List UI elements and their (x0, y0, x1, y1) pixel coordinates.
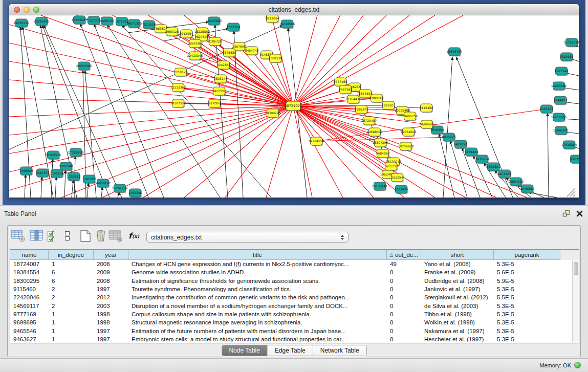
graph-edge[interactable] (101, 187, 102, 198)
graph-node[interactable]: 20891406 (34, 17, 50, 27)
graph-node[interactable]: 10688609 (367, 128, 383, 137)
graph-node[interactable]: 15751074 (564, 38, 579, 48)
graph-edge[interactable] (77, 15, 293, 106)
graph-node[interactable]: 9466163 (100, 17, 114, 26)
graph-node[interactable]: 2718126 (174, 68, 188, 77)
graph-node[interactable]: 9242848 (217, 61, 231, 70)
graph-node[interactable]: 17016504 (561, 141, 577, 150)
graph-node[interactable]: 8912954 (180, 30, 193, 39)
graph-node[interactable]: 8471676 (498, 170, 512, 179)
graph-node[interactable]: 15992971 (553, 126, 569, 136)
graph-node[interactable]: 9227349 (555, 67, 569, 76)
graph-node[interactable]: 12213363 (170, 83, 186, 93)
graph-node[interactable]: 17359928 (68, 148, 84, 158)
graph-node[interactable]: 19136141 (372, 182, 388, 191)
close-panel-icon[interactable] (576, 210, 583, 219)
table-row[interactable]: 2242004622012Investigating the contribut… (10, 293, 579, 301)
graph-node[interactable]: 6479197 (454, 140, 468, 149)
graph-node[interactable]: 8960128 (165, 28, 179, 37)
show-columns-icon[interactable] (30, 229, 43, 245)
column-header-short[interactable]: short (421, 250, 494, 260)
column-header-out_de[interactable]: △out_de... (387, 250, 421, 260)
graph-node[interactable]: 1250513 (67, 172, 81, 182)
graph-node[interactable]: 18807299 (373, 139, 388, 148)
tab-node-table[interactable]: Node Table (222, 345, 268, 356)
graph-node[interactable]: 7986372 (355, 105, 368, 115)
table-row[interactable]: 1872400712008Changes of HCN gene express… (10, 260, 579, 268)
table-row[interactable]: 977716911998Corpus callosum shape and si… (10, 310, 579, 318)
table-row[interactable]: 969969511998Structural magnetic resonanc… (10, 318, 579, 326)
graph-node[interactable]: 10756928 (398, 142, 414, 151)
graph-edge[interactable] (102, 106, 293, 198)
graph-node[interactable]: 16210645 (551, 113, 567, 122)
table-row[interactable]: 911546021997Tourette syndrome. Phenomeno… (10, 285, 579, 293)
tab-network-table[interactable]: Network Table (313, 345, 366, 356)
table-row[interactable]: 1938455462009Genome-wide association stu… (10, 268, 579, 276)
graph-node[interactable]: 19218506 (279, 20, 295, 29)
graph-node[interactable]: 19384554 (309, 137, 324, 146)
graph-edge[interactable] (55, 178, 56, 198)
graph-edge[interactable] (9, 106, 293, 135)
table-row[interactable]: 1830029562008Estimation of significance … (10, 277, 579, 285)
graph-edge[interactable] (41, 177, 42, 198)
graph-node[interactable]: 10653287 (72, 16, 88, 25)
graph-node[interactable]: 1244413 (554, 96, 568, 105)
graph-node[interactable]: 18724007 (285, 101, 301, 112)
column-header-year[interactable]: year (94, 250, 128, 260)
select-columns-icon[interactable] (47, 229, 57, 245)
tab-edge-table[interactable]: Edge Table (268, 345, 313, 356)
graph-node[interactable]: 18107552 (170, 99, 186, 108)
graph-edge[interactable] (293, 15, 317, 106)
graph-node[interactable]: 19654923 (401, 128, 417, 137)
graph-node[interactable]: 16958107 (95, 179, 111, 188)
minimize-window-button[interactable] (24, 7, 30, 13)
graph-node[interactable]: 1156829 (19, 167, 33, 176)
graph-node[interactable]: 2935114 (475, 155, 489, 164)
network-canvas[interactable]: 1405571720891406106532871527002946616310… (9, 15, 579, 198)
graph-node[interactable]: 19495756 (402, 112, 418, 121)
graph-node[interactable]: 2603144 (214, 75, 228, 84)
table-selector-combobox[interactable]: citations_edges.txt (146, 232, 349, 243)
graph-node[interactable]: 1942757 (36, 169, 50, 178)
graph-edge[interactable] (293, 15, 340, 106)
column-header-name[interactable]: name (10, 250, 49, 260)
graph-node[interactable]: 1795722 (82, 175, 96, 184)
graph-node[interactable]: 7832621 (487, 163, 500, 172)
graph-edge[interactable] (9, 25, 293, 106)
table-row[interactable]: 946362711997Embryonic stem cells: a mode… (10, 335, 579, 343)
network-window-titlebar[interactable]: citations_edges.txt (9, 4, 579, 15)
graph-edge[interactable] (293, 106, 312, 198)
graph-node[interactable]: 1527002 (87, 16, 101, 26)
graph-edge[interactable] (548, 114, 549, 198)
float-panel-icon[interactable] (562, 210, 570, 219)
graph-node[interactable]: 8938923 (442, 133, 456, 142)
zoom-window-button[interactable] (33, 7, 39, 13)
column-header-title[interactable]: title (128, 250, 387, 260)
graph-node[interactable]: 16543362 (187, 39, 203, 49)
graph-edge[interactable] (293, 105, 388, 106)
graph-node[interactable]: 18300295 (265, 109, 281, 118)
graph-node[interactable]: 9427552 (212, 87, 226, 96)
table-row[interactable]: 946554611997Estimation of the future num… (10, 326, 579, 335)
graph-edge[interactable] (195, 43, 293, 106)
scrollbar-thumb[interactable] (574, 262, 578, 275)
close-window-button[interactable] (14, 7, 20, 13)
graph-node[interactable]: 8215955 (540, 105, 554, 114)
graph-node[interactable]: 3875685 (223, 49, 236, 58)
vertical-scrollbar[interactable] (572, 260, 579, 343)
graph-node[interactable]: 9699695 (420, 120, 434, 129)
graph-node[interactable]: 116753 (571, 155, 579, 164)
delete-column-icon[interactable] (94, 229, 107, 245)
column-header-pagerank[interactable]: pagerank (494, 250, 560, 260)
graph-edge[interactable] (229, 53, 293, 106)
graph-node[interactable]: 8454749 (245, 47, 259, 56)
graph-node[interactable]: 16720407 (361, 117, 377, 126)
graph-edge[interactable] (293, 15, 363, 106)
graph-edge[interactable] (72, 181, 73, 198)
table-options-icon[interactable] (11, 229, 26, 245)
graph-edge[interactable] (9, 106, 293, 117)
resize-grip-icon[interactable] (570, 191, 575, 196)
graph-node[interactable]: 20053346 (76, 62, 92, 71)
graph-edge[interactable] (266, 106, 293, 198)
graph-node[interactable]: 9245652 (520, 185, 534, 194)
